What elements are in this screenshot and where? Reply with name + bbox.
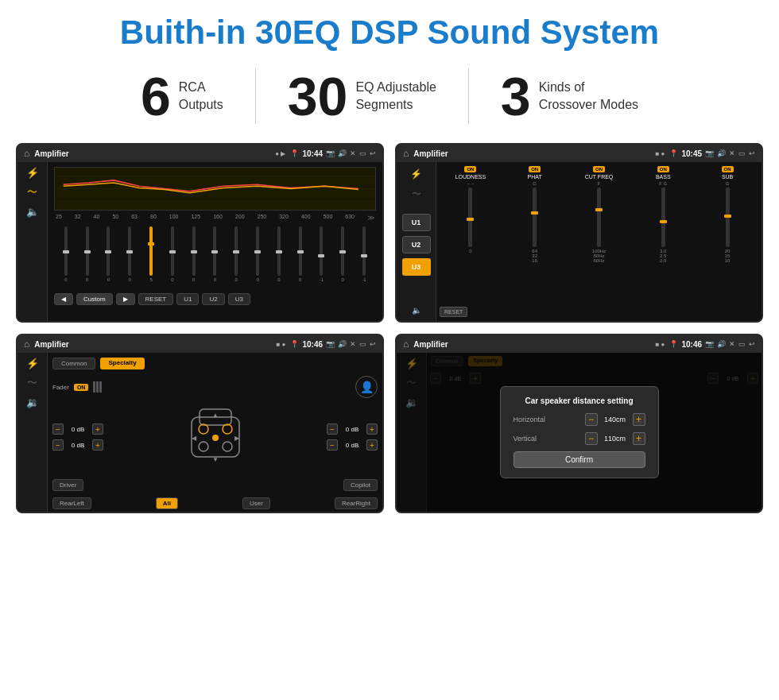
db-val-rb: 0 dB — [341, 442, 363, 449]
camera-icon-3: 📷 — [326, 340, 335, 348]
eq-slider-15[interactable] — [362, 226, 366, 276]
specialty-tab[interactable]: Specialty — [100, 358, 144, 369]
crossover-channels: ON LOUDNESS ~~ 0 ON PHAT G — [440, 166, 758, 304]
eq-slider-4[interactable] — [128, 226, 131, 276]
speaker-wave-icon[interactable]: 〜 — [27, 376, 37, 390]
u1-btn[interactable]: U1 — [176, 293, 199, 305]
eq-filter-icon[interactable]: ⚡ — [26, 167, 39, 179]
eq-slider-13[interactable] — [320, 226, 323, 276]
fader-track-2 — [96, 381, 99, 393]
minus-btn-rb[interactable]: − — [327, 439, 338, 451]
eq-wave-icon[interactable]: 〜 — [27, 185, 37, 199]
eq-col-13: -1 — [312, 226, 332, 290]
eq-slider-6[interactable] — [171, 226, 174, 276]
speaker-filter-icon[interactable]: ⚡ — [26, 358, 39, 369]
horizontal-minus-btn[interactable]: − — [585, 413, 598, 426]
home-icon-1[interactable]: ⌂ — [24, 148, 29, 159]
screen4-title: Amplifier — [413, 340, 650, 349]
custom-btn[interactable]: Custom — [76, 293, 113, 305]
eq-slider-12[interactable] — [299, 226, 302, 276]
phat-slider[interactable] — [533, 188, 537, 247]
speaker-vol-icon[interactable]: 🔉 — [26, 396, 39, 408]
speaker-main-area: Common Specialty Fader ON 👤 — [48, 353, 382, 512]
eq-slider-5[interactable] — [149, 226, 153, 276]
bass-slider[interactable] — [661, 188, 665, 247]
copilot-btn[interactable]: Copilot — [343, 479, 378, 491]
eq-col-5: 5 — [141, 226, 161, 290]
bass-on[interactable]: ON — [657, 166, 669, 172]
crossover-filter-icon[interactable]: ⚡ — [410, 168, 422, 180]
screen-dialog: ⌂ Amplifier ■ ● 📍 10:46 📷 🔊 ✕ ▭ ↩ ⚡ 〜 — [395, 334, 763, 513]
reset-btn[interactable]: RESET — [138, 293, 174, 305]
home-icon-2[interactable]: ⌂ — [403, 148, 409, 159]
loudness-slider[interactable] — [468, 188, 472, 247]
eq-slider-11[interactable] — [277, 226, 281, 276]
loudness-on[interactable]: ON — [464, 166, 476, 172]
vertical-plus-btn[interactable]: + — [633, 432, 645, 445]
dots-icon-4: ■ ● — [656, 341, 665, 348]
rearright-btn[interactable]: RearRight — [335, 497, 378, 509]
prev-btn[interactable]: ◀ — [54, 293, 73, 305]
fader-on-badge[interactable]: ON — [74, 384, 89, 391]
rearleft-btn[interactable]: RearLeft — [52, 497, 91, 509]
confirm-button[interactable]: Confirm — [514, 451, 645, 468]
eq-slider-3[interactable] — [107, 226, 110, 276]
plus-btn-lb[interactable]: + — [92, 439, 103, 451]
loudness-col: ON LOUDNESS ~~ 0 — [440, 166, 502, 304]
driver-btn[interactable]: Driver — [52, 479, 83, 491]
play-btn[interactable]: ▶ — [116, 293, 135, 305]
crossover-wave-icon[interactable]: 〜 — [412, 188, 421, 201]
user-btn[interactable]: User — [242, 497, 270, 509]
common-tab[interactable]: Common — [52, 358, 95, 369]
eq-slider-9[interactable] — [234, 226, 238, 276]
vertical-minus-btn[interactable]: − — [585, 432, 598, 445]
back-icon-1[interactable]: ↩ — [370, 149, 376, 157]
minus-btn-lt[interactable]: − — [52, 423, 64, 435]
eq-slider-10[interactable] — [256, 226, 259, 276]
eq-slider-8[interactable] — [213, 226, 216, 276]
eq-slider-7[interactable] — [192, 226, 196, 276]
phat-on[interactable]: ON — [529, 166, 541, 172]
back-icon-4[interactable]: ↩ — [749, 340, 755, 348]
u1-crossover-btn[interactable]: U1 — [402, 214, 431, 231]
vertical-row: Vertical − 110cm + — [514, 432, 645, 445]
crossover-reset-btn[interactable]: RESET — [440, 307, 467, 317]
back-icon-3[interactable]: ↩ — [370, 340, 376, 348]
phat-g-label: G — [533, 181, 537, 186]
u3-crossover-btn[interactable]: U3 — [402, 258, 431, 276]
plus-btn-rt[interactable]: + — [366, 423, 378, 435]
plus-btn-lt[interactable]: + — [92, 423, 103, 435]
horizontal-plus-btn[interactable]: + — [633, 413, 645, 426]
left-db-controls: − 0 dB + − 0 dB + — [52, 423, 103, 451]
u2-crossover-btn[interactable]: U2 — [402, 236, 431, 253]
all-btn[interactable]: All — [156, 497, 178, 509]
location-icon-4: 📍 — [669, 340, 678, 348]
minus-btn-lb[interactable]: − — [52, 439, 64, 451]
status-icons-4: 📍 10:46 📷 🔊 ✕ ▭ ↩ — [669, 340, 755, 349]
cutfreq-on[interactable]: ON — [593, 166, 605, 172]
minus-btn-rt[interactable]: − — [327, 423, 338, 435]
camera-icon-4: 📷 — [705, 340, 714, 348]
speaker-settings-icon[interactable]: 👤 — [355, 376, 378, 398]
cutfreq-slider[interactable] — [597, 188, 601, 247]
status-icons-2: 📍 10:45 📷 🔊 ✕ ▭ ↩ — [669, 149, 755, 158]
eq-col-1: 0 — [56, 226, 76, 290]
camera-icon-1: 📷 — [326, 149, 335, 157]
sub-slider[interactable] — [726, 188, 730, 247]
eq-slider-14[interactable] — [341, 226, 344, 276]
eq-slider-1[interactable] — [64, 226, 68, 276]
screen3-body: ⚡ 〜 🔉 Common Specialty Fader ON — [17, 353, 382, 512]
rect-icon-4: ▭ — [738, 340, 746, 348]
back-icon-2[interactable]: ↩ — [749, 149, 755, 157]
car-diagram-svg: ▲ ▼ ◀ ▶ — [180, 401, 251, 473]
distance-dialog: Car speaker distance setting Horizontal … — [500, 386, 659, 478]
screen4-body: ⚡ 〜 🔉 Common Specialty − 0 dB + — [397, 353, 762, 512]
home-icon-4[interactable]: ⌂ — [403, 338, 409, 350]
plus-btn-rb[interactable]: + — [366, 439, 378, 451]
u3-btn[interactable]: U3 — [228, 293, 250, 305]
home-icon-3[interactable]: ⌂ — [24, 338, 29, 350]
u2-btn[interactable]: U2 — [202, 293, 224, 305]
eq-slider-2[interactable] — [86, 226, 89, 276]
loudness-val: 0 — [469, 249, 471, 253]
sub-on[interactable]: ON — [722, 166, 734, 172]
